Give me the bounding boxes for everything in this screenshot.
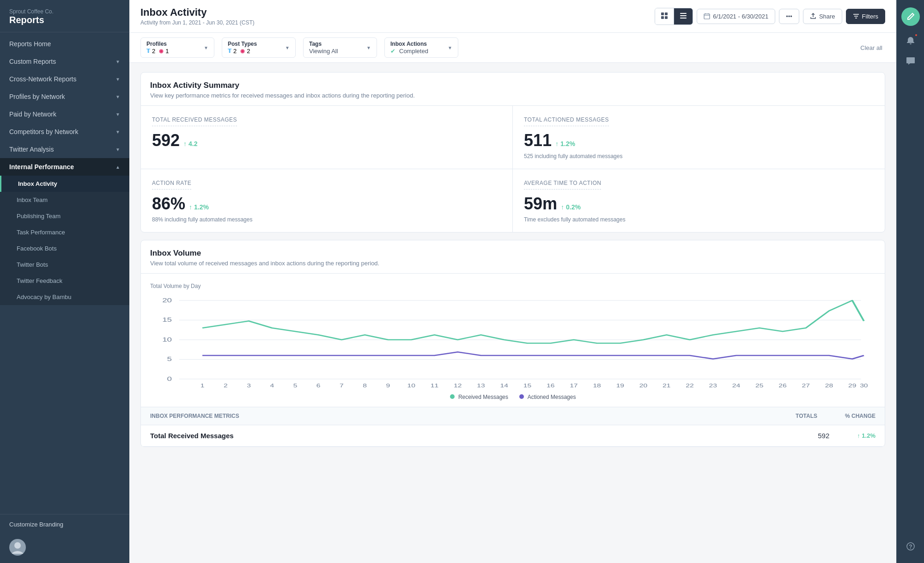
list-view-button[interactable] [674, 8, 693, 24]
total-actioned-label: Total Actioned Messages [524, 116, 609, 126]
filters-label: Filters [862, 13, 878, 20]
received-label: Received Messages [458, 394, 508, 400]
chevron-down-icon: ▼ [116, 147, 120, 152]
sidebar-item-facebook-bots[interactable]: Facebook Bots [0, 240, 129, 257]
sidebar-item-paid-by-network[interactable]: Paid by Network ▼ [0, 105, 129, 123]
chevron-down-icon: ▼ [204, 45, 208, 50]
sidebar-item-custom-reports[interactable]: Custom Reports ▼ [0, 53, 129, 70]
customize-branding[interactable]: Customize Branding [0, 514, 129, 534]
sidebar-item-twitter-bots[interactable]: Twitter Bots [0, 257, 129, 273]
sidebar-item-internal-performance[interactable]: Internal Performance ▲ [0, 158, 129, 176]
help-button[interactable]: ? [901, 537, 920, 556]
received-dot [450, 394, 455, 399]
filters-button[interactable]: Filters [846, 9, 885, 24]
col-change: % Change [845, 413, 875, 419]
chevron-down-icon: ▼ [116, 77, 120, 82]
svg-text:2: 2 [224, 383, 228, 388]
more-button[interactable]: ••• [779, 9, 799, 24]
avatar [9, 539, 26, 556]
inbox-volume-header: Inbox Volume View total volume of receiv… [141, 240, 885, 274]
post-types-filter[interactable]: Post Types 𝕋 2 ◉ 2 ▼ [222, 37, 296, 58]
inbox-actions-filter[interactable]: Inbox Actions ✔ Completed ▼ [384, 37, 458, 58]
sidebar-item-task-performance[interactable]: Task Performance [0, 224, 129, 240]
date-range-button[interactable]: 6/1/2021 - 6/30/2021 [697, 9, 775, 24]
publishing-team-label: Publishing Team [17, 213, 61, 220]
legend-actioned: Actioned Messages [519, 394, 576, 400]
facebook-bots-label: Facebook Bots [17, 245, 57, 252]
inbox-actions-filter-label: Inbox Actions [390, 41, 428, 47]
svg-text:21: 21 [663, 383, 670, 388]
internal-performance-sub-nav: Inbox Activity Inbox Team Publishing Tea… [0, 176, 129, 305]
legend-received: Received Messages [450, 394, 508, 400]
summary-card-header: Inbox Activity Summary View key performa… [141, 73, 885, 106]
chart-legend: Received Messages Actioned Messages [150, 388, 875, 402]
share-button[interactable]: Share [803, 9, 842, 24]
summary-card: Inbox Activity Summary View key performa… [140, 72, 885, 233]
sidebar-item-advocacy[interactable]: Advocacy by Bambu [0, 289, 129, 305]
filterbar: Profiles 𝕋 2 ◉ 1 ▼ Post Types 𝕋 2 ◉ 2 [129, 33, 896, 63]
sidebar-item-inbox-team[interactable]: Inbox Team [0, 192, 129, 208]
sidebar-item-inbox-activity[interactable]: Inbox Activity [0, 176, 129, 192]
notifications-button[interactable] [901, 31, 920, 50]
tags-filter[interactable]: Tags Viewing All ▼ [303, 37, 377, 58]
sidebar-item-competitors[interactable]: Competitors by Network ▼ [0, 123, 129, 141]
avg-time-change: ↑ 0.2% [561, 203, 581, 211]
nav-section: Reports Home Custom Reports ▼ Cross-Netw… [0, 32, 129, 308]
chevron-down-icon: ▼ [448, 45, 452, 50]
svg-rect-1 [661, 12, 664, 15]
svg-text:10: 10 [162, 337, 172, 343]
svg-text:10: 10 [407, 383, 415, 388]
compose-button[interactable] [901, 7, 920, 26]
metric-avg-time: Average Time to Action 59m ↑ 0.2% Time e… [513, 169, 885, 232]
inbox-volume-subtitle: View total volume of received messages a… [150, 260, 875, 267]
actioned-label: Actioned Messages [528, 394, 576, 400]
svg-rect-8 [704, 14, 710, 19]
clear-all-button[interactable]: Clear all [857, 42, 885, 54]
svg-text:25: 25 [755, 383, 763, 388]
twitter-icon: 𝕋 [146, 48, 150, 54]
svg-text:?: ? [909, 544, 912, 550]
svg-text:9: 9 [386, 383, 390, 388]
sidebar-item-reports-home[interactable]: Reports Home [0, 35, 129, 53]
svg-rect-7 [680, 18, 687, 18]
user-avatar-section [0, 534, 129, 563]
post-types-filter-label: Post Types [228, 41, 257, 47]
summary-subtitle: View key performance metrics for receive… [150, 92, 875, 99]
sidebar-item-cross-network[interactable]: Cross-Network Reports ▼ [0, 70, 129, 88]
profiles-filter-label: Profiles [146, 41, 169, 47]
grid-view-button[interactable] [655, 8, 674, 24]
post-types-ig-count: 2 [247, 48, 250, 55]
sidebar-item-profiles-by-network[interactable]: Profiles by Network ▼ [0, 88, 129, 105]
profiles-tw-count: 2 [152, 48, 155, 55]
sidebar-item-twitter-feedback[interactable]: Twitter Feedback [0, 273, 129, 289]
view-toggle [655, 8, 693, 25]
svg-rect-3 [661, 16, 664, 19]
inbox-activity-label: Inbox Activity [18, 180, 57, 187]
app-name: Reports [9, 15, 120, 25]
row-values: 592 ↑ 1.2% [818, 432, 875, 440]
inbox-team-label: Inbox Team [17, 196, 48, 203]
metric-action-rate: Action Rate 86% ↑ 1.2% 88% including ful… [141, 169, 513, 232]
chevron-down-icon: ▼ [285, 45, 290, 50]
profiles-filter[interactable]: Profiles 𝕋 2 ◉ 1 ▼ [140, 37, 214, 58]
svg-text:15: 15 [162, 317, 172, 323]
chart-title: Total Volume by Day [150, 283, 875, 289]
chevron-down-icon: ▼ [366, 45, 371, 50]
messages-button[interactable] [901, 52, 920, 70]
svg-rect-4 [665, 16, 668, 19]
reports-home-label: Reports Home [9, 40, 51, 48]
sidebar-item-publishing-team[interactable]: Publishing Team [0, 208, 129, 224]
svg-text:19: 19 [616, 383, 624, 388]
twitter-analysis-label: Twitter Analysis [9, 146, 54, 153]
action-rate-change: ↑ 1.2% [189, 203, 209, 211]
total-received-change: ↑ 4.2 [183, 140, 197, 147]
svg-text:3: 3 [247, 383, 251, 388]
cross-network-label: Cross-Network Reports [9, 75, 76, 83]
table-row: Total Received Messages 592 ↑ 1.2% [141, 425, 885, 447]
sidebar-item-twitter-analysis[interactable]: Twitter Analysis ▼ [0, 141, 129, 158]
notification-badge [914, 33, 918, 37]
svg-text:17: 17 [570, 383, 578, 388]
internal-performance-label: Internal Performance [9, 163, 74, 171]
svg-text:4: 4 [270, 383, 274, 388]
svg-text:14: 14 [500, 383, 508, 388]
